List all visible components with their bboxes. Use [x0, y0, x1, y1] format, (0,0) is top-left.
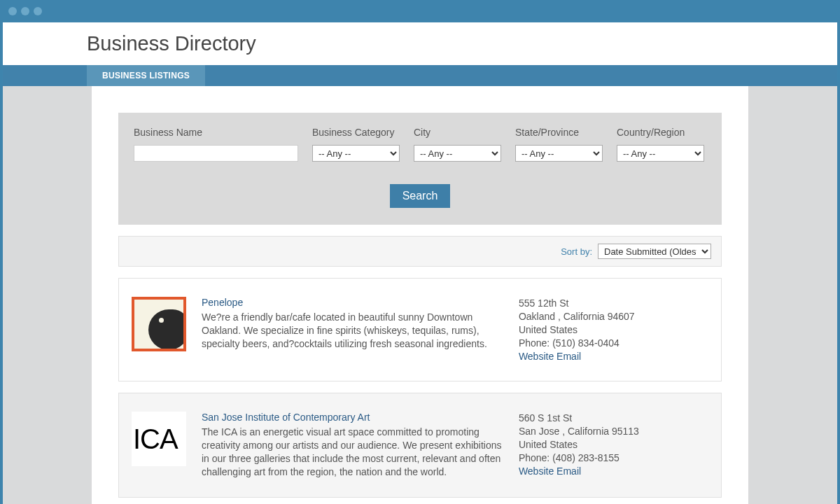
listing-body: San Jose Institute of Contemporary Art T… [202, 412, 503, 479]
search-field-city: City -- Any -- [414, 127, 501, 162]
phone-value: (510) 834-0404 [552, 337, 620, 349]
state-label: State/Province [515, 127, 603, 138]
search-panel: Business Name Business Category -- Any -… [118, 113, 722, 225]
phone-label: Phone: [519, 337, 550, 349]
listing-phone-row: Phone: (510) 834-0404 [519, 337, 708, 350]
listing-info: 555 12th St Oakland , California 94607 U… [519, 297, 708, 363]
city-label: City [414, 127, 501, 138]
listing-row: ICA San Jose Institute of Contemporary A… [118, 393, 722, 498]
listing-info: 560 S 1st St San Jose , California 95113… [519, 412, 708, 479]
business-category-select[interactable]: -- Any -- [312, 145, 400, 162]
country-select[interactable]: -- Any -- [617, 145, 704, 162]
browser-dot [8, 7, 17, 15]
phone-value: (408) 283-8155 [552, 452, 620, 463]
listing-row: Penelope We?re a friendly bar/cafe locat… [118, 278, 722, 382]
content-card: Business Name Business Category -- Any -… [92, 86, 748, 504]
listing-title-link[interactable]: Penelope [202, 297, 503, 308]
business-name-input[interactable] [134, 145, 298, 162]
nav-bar: BUSINESS LISTINGS [3, 65, 837, 86]
phone-label: Phone: [519, 452, 550, 463]
listing-address1: 555 12th St [519, 297, 708, 310]
page-title: Business Directory [87, 32, 837, 55]
listing-thumbnail[interactable] [132, 297, 186, 351]
page-content: Business Directory BUSINESS LISTINGS Bus… [3, 22, 837, 504]
search-button-row: Search [134, 184, 706, 208]
business-name-label: Business Name [134, 127, 298, 138]
search-field-category: Business Category -- Any -- [312, 127, 400, 162]
bird-icon [132, 297, 186, 351]
listing-address2: San Jose , California 95113 [519, 425, 708, 438]
header: Business Directory [3, 22, 837, 65]
listing-links: Website Email [519, 350, 708, 363]
listing-body: Penelope We?re a friendly bar/cafe locat… [202, 297, 503, 363]
listing-address2: Oakland , California 94607 [519, 310, 708, 323]
tab-business-listings[interactable]: BUSINESS LISTINGS [87, 65, 205, 86]
email-link[interactable]: Email [556, 465, 581, 477]
browser-dot [21, 7, 29, 15]
sort-by-select[interactable]: Date Submitted (Oldest) [598, 244, 711, 259]
website-link[interactable]: Website [519, 465, 554, 477]
main-area: Business Name Business Category -- Any -… [3, 86, 837, 504]
browser-dot [34, 7, 42, 15]
listing-thumbnail[interactable]: ICA [132, 412, 186, 466]
ica-logo-icon: ICA [132, 412, 186, 466]
website-link[interactable]: Website [519, 351, 554, 362]
search-field-state: State/Province -- Any -- [515, 127, 603, 162]
search-field-country: Country/Region -- Any -- [617, 127, 704, 162]
search-row: Business Name Business Category -- Any -… [134, 127, 706, 162]
sort-bar: Sort by: Date Submitted (Oldest) [118, 236, 722, 267]
listing-description: We?re a friendly bar/cafe located in bea… [202, 311, 503, 351]
browser-chrome [0, 0, 840, 22]
page-wrapper: Business Directory BUSINESS LISTINGS Bus… [0, 22, 840, 504]
search-field-name: Business Name [134, 127, 298, 162]
search-button[interactable]: Search [390, 184, 451, 208]
listing-description: The ICA is an energetic visual art space… [202, 426, 503, 479]
sort-by-label: Sort by: [561, 246, 592, 257]
business-category-label: Business Category [312, 127, 400, 138]
listing-country: United States [519, 323, 708, 337]
email-link[interactable]: Email [556, 351, 581, 362]
country-label: Country/Region [617, 127, 704, 138]
listing-links: Website Email [519, 465, 708, 478]
listing-title-link[interactable]: San Jose Institute of Contemporary Art [202, 412, 503, 423]
listing-country: United States [519, 438, 708, 451]
listing-phone-row: Phone: (408) 283-8155 [519, 451, 708, 465]
city-select[interactable]: -- Any -- [414, 145, 501, 162]
listing-address1: 560 S 1st St [519, 412, 708, 425]
state-select[interactable]: -- Any -- [515, 145, 603, 162]
